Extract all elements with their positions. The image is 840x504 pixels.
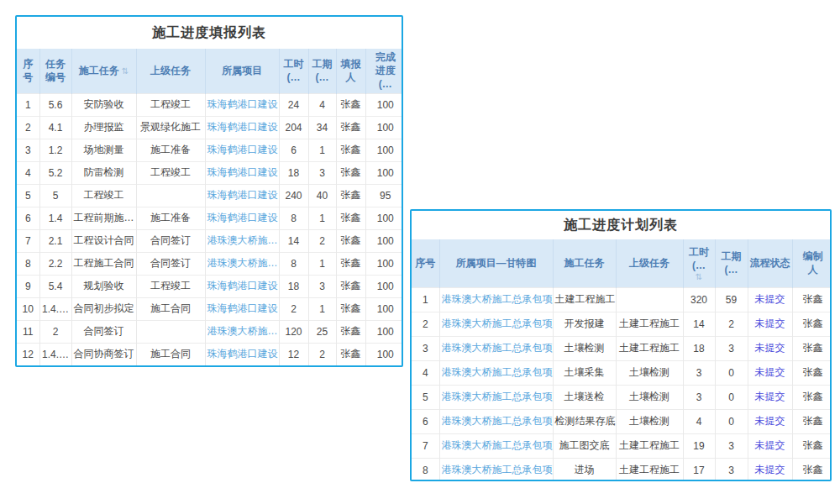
cell-task: 办理报监 [71, 116, 136, 139]
cell-task_no: 2.1 [39, 229, 71, 252]
project-link[interactable]: 珠海鹤港口建设 [207, 212, 278, 223]
project-link[interactable]: 珠海鹤港口建设 [207, 348, 278, 360]
cell-progress: 100 [365, 161, 403, 184]
status-link[interactable]: 未提交 [755, 391, 785, 402]
cell-hours: 18 [683, 336, 715, 360]
cell-no: 6 [412, 409, 439, 433]
cell-parent: 土壤检测 [616, 385, 683, 409]
cell-parent: 工程竣工 [136, 275, 205, 297]
project-link[interactable]: 港珠澳大桥施… [207, 234, 278, 246]
cell-status: 未提交 [748, 312, 792, 336]
cell-no: 5 [17, 184, 39, 207]
cell-progress: 100 [365, 207, 403, 229]
cell-task_no: 2 [39, 320, 71, 343]
cell-author: 张鑫 [792, 287, 832, 312]
plan-table-title: 施工进度计划列表 [412, 211, 830, 239]
column-header-no: 序 号 [17, 49, 39, 93]
cell-days: 0 [715, 409, 748, 433]
status-link[interactable]: 未提交 [755, 439, 785, 451]
status-link[interactable]: 未提交 [755, 366, 785, 378]
cell-project: 港珠澳大桥施工总承包项目 [439, 336, 553, 360]
column-header-label: 序号 [415, 257, 435, 269]
cell-project: 珠海鹤港口建设 [205, 207, 279, 229]
cell-project: 珠海鹤港口建设 [205, 297, 279, 320]
cell-task: 合同初步拟定 [71, 297, 136, 320]
table-row: 2港珠澳大桥施工总承包项目开发报建土建工程施工142未提交张鑫 [412, 312, 832, 336]
cell-parent: 工程竣工 [136, 93, 205, 116]
sort-icon[interactable]: ⇅ [122, 67, 129, 76]
cell-reporter: 张鑫 [336, 139, 365, 161]
cell-days: 2 [715, 312, 748, 336]
cell-task: 工程竣工 [71, 184, 136, 207]
project-link[interactable]: 珠海鹤港口建设 [207, 166, 278, 178]
column-header-hours[interactable]: 工时 (…⇅ [683, 239, 715, 287]
cell-task: 场地测量 [71, 139, 136, 161]
table-row: 112合同签订港珠澳大桥施…12025张鑫100 [17, 320, 403, 343]
project-link[interactable]: 港珠澳大桥施… [207, 325, 278, 337]
column-header-label: 序 号 [23, 58, 33, 83]
project-link[interactable]: 港珠澳大桥施工总承包项目 [442, 342, 554, 354]
project-link[interactable]: 港珠澳大桥施工总承包项目 [442, 293, 554, 305]
cell-days: 40 [308, 184, 336, 207]
project-link[interactable]: 港珠澳大桥施工总承包项目 [442, 366, 554, 378]
status-link[interactable]: 未提交 [755, 464, 785, 475]
cell-progress: 100 [365, 297, 403, 320]
sort-icon[interactable]: ⇅ [685, 273, 714, 281]
cell-reporter: 张鑫 [336, 116, 365, 139]
cell-project: 珠海鹤港口建设 [205, 343, 279, 365]
cell-hours: 120 [279, 320, 308, 343]
project-link[interactable]: 港珠澳大桥施工总承包项目 [442, 391, 554, 402]
status-link[interactable]: 未提交 [755, 293, 785, 305]
cell-parent: 施工合同 [136, 343, 205, 365]
project-link[interactable]: 港珠澳大桥施… [207, 257, 278, 269]
column-header-no: 序号 [412, 239, 439, 287]
cell-hours: 240 [279, 184, 308, 207]
cell-project: 港珠澳大桥施工总承包项目 [439, 287, 553, 312]
cell-parent [136, 184, 205, 207]
cell-parent: 土建工程施工 [616, 433, 683, 458]
project-link[interactable]: 港珠澳大桥施工总承包项目 [442, 464, 554, 475]
column-header-task: 施工任务 [553, 239, 616, 287]
cell-progress: 100 [365, 93, 403, 116]
cell-hours: 8 [279, 252, 308, 275]
cell-task: 工程施工合同 [71, 252, 136, 275]
project-link[interactable]: 港珠澳大桥施工总承包项目 [442, 439, 554, 451]
project-link[interactable]: 珠海鹤港口建设 [207, 144, 278, 155]
project-link[interactable]: 港珠澳大桥施工总承包项目 [442, 415, 554, 427]
project-link[interactable]: 珠海鹤港口建设 [207, 189, 278, 201]
cell-project: 珠海鹤港口建设 [205, 139, 279, 161]
cell-no: 6 [17, 207, 39, 229]
project-link[interactable]: 港珠澳大桥施工总承包项目 [442, 318, 554, 329]
cell-no: 3 [412, 336, 439, 360]
project-link[interactable]: 珠海鹤港口建设 [207, 98, 278, 110]
cell-days: 1 [308, 297, 336, 320]
cell-author: 张鑫 [792, 409, 832, 433]
status-link[interactable]: 未提交 [755, 342, 785, 354]
project-link[interactable]: 珠海鹤港口建设 [207, 121, 278, 133]
status-link[interactable]: 未提交 [755, 415, 785, 427]
column-header-label: 工期 (… [312, 58, 333, 83]
cell-hours: 19 [683, 433, 715, 458]
column-header-label: 工时 (… [689, 246, 709, 271]
cell-hours: 3 [683, 360, 715, 385]
cell-hours: 14 [683, 312, 715, 336]
column-header-task[interactable]: 施工任务⇅ [71, 49, 136, 93]
project-link[interactable]: 珠海鹤港口建设 [207, 280, 278, 291]
status-link[interactable]: 未提交 [755, 318, 785, 329]
cell-no: 1 [17, 93, 39, 116]
cell-status: 未提交 [748, 458, 792, 481]
cell-no: 9 [17, 275, 39, 297]
progress-plan-table: 序号所属项目—甘特图施工任务上级任务工时 (…⇅工期 (…流程状态编制 人1港珠… [412, 239, 832, 481]
column-header-author: 编制 人 [792, 239, 832, 287]
cell-parent: 土建工程施工 [616, 312, 683, 336]
cell-task: 施工图交底 [553, 433, 616, 458]
table-row: 6港珠澳大桥施工总承包项目检测结果存底土壤检测40未提交张鑫 [412, 409, 832, 433]
table-row: 1港珠澳大桥施工总承包项目土建工程施工32059未提交张鑫 [412, 287, 832, 312]
cell-task_no: 5.2 [39, 161, 71, 184]
project-link[interactable]: 珠海鹤港口建设 [207, 302, 278, 314]
column-header-hours: 工时 (… [279, 49, 308, 93]
cell-progress: 95 [365, 184, 403, 207]
cell-task_no: 1.4.… [39, 297, 71, 320]
cell-no: 4 [17, 161, 39, 184]
cell-days: 3 [715, 433, 748, 458]
